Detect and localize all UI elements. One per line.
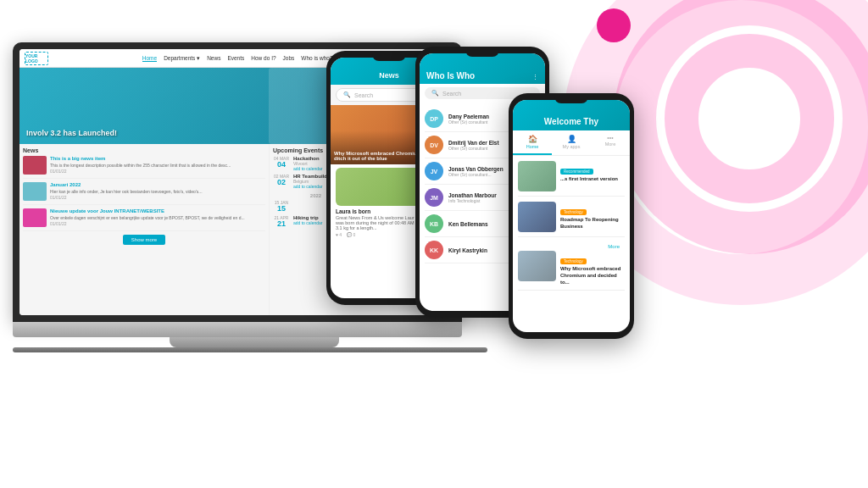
likes-count[interactable]: ♥ 4 xyxy=(336,232,342,237)
phone-welcome-title: Welcome Thy xyxy=(544,117,598,126)
main-container: YOUR LOGO Home Departments ▾ News Events… xyxy=(0,0,868,488)
event-date-3: 15 Jan 15 xyxy=(273,200,290,213)
news-content-1: This is a big news item This is the long… xyxy=(50,156,265,175)
who-person-info-6: Kiryl Kastrykin xyxy=(448,247,487,253)
who-avatar-5: KB xyxy=(425,214,443,233)
phone-notch-1 xyxy=(372,51,406,61)
welcome-img-1 xyxy=(518,161,556,191)
welcome-img-3 xyxy=(518,251,556,281)
welcome-badge-2: Technology xyxy=(560,209,587,215)
news-title-1[interactable]: This is a big news item xyxy=(50,156,265,163)
home-tab-label: Home xyxy=(526,144,539,149)
who-role-3: Other (Sr) consultant... xyxy=(448,172,504,177)
phone-welcome: Welcome Thy 🏠 Home 👤 My apps ••• More xyxy=(509,93,634,339)
welcome-badge-1: Recommended xyxy=(560,169,593,175)
laptop-base xyxy=(13,322,462,337)
nav-home[interactable]: Home xyxy=(142,55,157,62)
welcome-news-text-3: Technology Why Microsoft embraced Chromi… xyxy=(560,251,625,286)
more-tab-icon: ••• xyxy=(607,135,613,141)
myapps-tab-icon: 👤 xyxy=(567,135,576,143)
tab-more[interactable]: ••• More xyxy=(591,130,630,155)
news-desc-3: Over enkele dagen verschijnt er een bela… xyxy=(50,215,265,221)
phone-who-header: Who Is Who ⋮ xyxy=(420,53,545,84)
news-content-3: Nieuwe update voor Jouw INTRANET/WEBSITE… xyxy=(50,208,265,227)
welcome-img-2 xyxy=(518,202,556,232)
phone-welcome-screen: Welcome Thy 🏠 Home 👤 My apps ••• More xyxy=(513,100,630,332)
welcome-title-1[interactable]: ...s first Intranet version xyxy=(560,176,618,183)
who-avatar-3: JV xyxy=(425,162,443,180)
who-name-3: Jonas Van Obbergen xyxy=(448,166,504,172)
news-date-3: 01/01/22 xyxy=(50,221,265,226)
browser-main: Involv 3.2 has Launched! News xyxy=(19,68,362,315)
welcome-more[interactable]: More xyxy=(518,242,625,251)
more-tab-label: More xyxy=(605,141,616,147)
search-placeholder: Search xyxy=(354,92,373,98)
event-info-4: Hiking trip add to calendar xyxy=(293,215,322,225)
news-panel: News This is a big news item This is the… xyxy=(19,144,269,315)
who-person-info-4: Jonathan Marbour Info Technologist xyxy=(448,192,497,203)
event-date-1: 04 Mar 04 xyxy=(273,156,290,169)
who-person-info-5: Ken Bellemans xyxy=(448,221,488,227)
news-thumb-1 xyxy=(23,156,47,175)
welcome-news-1: Recommended ...s first Intranet version xyxy=(518,161,625,197)
who-avatar-1: DP xyxy=(425,109,443,128)
who-avatar-6: KK xyxy=(425,241,443,259)
nav-news[interactable]: News xyxy=(207,55,220,62)
home-tab-icon: 🏠 xyxy=(528,135,537,143)
hero-banner: Involv 3.2 has Launched! xyxy=(19,68,362,144)
comments-count[interactable]: 💬 0 xyxy=(347,232,355,237)
hero-img: Involv 3.2 has Launched! xyxy=(19,68,362,144)
who-person-info-2: Dmitrij Van der Elst Other (Sr) consulta… xyxy=(448,140,499,151)
tab-myapps[interactable]: 👤 My apps xyxy=(552,130,591,155)
who-role-2: Other (Sr) consultant xyxy=(448,146,499,151)
welcome-news-2: Technology Roadmap To Reopening Business xyxy=(518,202,625,237)
event-info-1: Hackathon Vilvoort add to calendar xyxy=(293,156,322,171)
nav-events[interactable]: Events xyxy=(227,55,244,62)
welcome-title-3[interactable]: Why Microsoft embraced Chromium and deci… xyxy=(560,266,625,286)
news-item-3: Nieuwe update voor Jouw INTRANET/WEBSITE… xyxy=(23,208,265,231)
search-icon: 🔍 xyxy=(343,92,351,98)
phone-notch-3 xyxy=(554,93,588,103)
nav-howdo[interactable]: How do I? xyxy=(251,55,275,62)
tab-home[interactable]: 🏠 Home xyxy=(513,130,552,155)
who-header-icons: ⋮ xyxy=(532,74,538,80)
phone-welcome-frame: Welcome Thy 🏠 Home 👤 My apps ••• More xyxy=(509,93,634,339)
news-desc-1: This is the longest description possible… xyxy=(50,163,265,169)
show-more-btn[interactable]: Show more xyxy=(123,235,165,245)
news-item-2: Januari 2022 Hier kan je alle info onder… xyxy=(23,182,265,205)
who-name-4: Jonathan Marbour xyxy=(448,192,497,198)
phone-tab-bar: 🏠 Home 👤 My apps ••• More xyxy=(513,130,630,156)
news-content-2: Januari 2022 Hier kan je alle info onder… xyxy=(50,182,265,201)
news-section-title: News xyxy=(23,147,265,153)
phone-news-title: News xyxy=(379,71,399,80)
who-search-icon: 🔍 xyxy=(431,90,439,97)
welcome-content: Recommended ...s first Intranet version … xyxy=(513,156,630,301)
who-name-2: Dmitrij Van der Elst xyxy=(448,140,499,146)
welcome-title-2[interactable]: Roadmap To Reopening Business xyxy=(560,217,625,230)
welcome-news-3: Technology Why Microsoft embraced Chromi… xyxy=(518,251,625,291)
news-thumb-3 xyxy=(23,208,47,227)
laptop-stand xyxy=(170,337,339,347)
myapps-tab-label: My apps xyxy=(563,144,581,149)
nav-departments[interactable]: Departments ▾ xyxy=(164,55,200,62)
phone-who-title: Who Is Who xyxy=(426,71,475,80)
news-title-3[interactable]: Nieuwe update voor Jouw INTRANET/WEBSITE xyxy=(50,208,265,215)
news-desc-2: Hier kan je alle info onder, Je kan hier… xyxy=(50,189,265,195)
news-item-1: This is a big news item This is the long… xyxy=(23,156,265,179)
who-name-5: Ken Bellemans xyxy=(448,221,488,227)
welcome-news-text-1: Recommended ...s first Intranet version xyxy=(560,161,618,191)
who-role-4: Info Technologist xyxy=(448,198,497,203)
laptop-foot xyxy=(13,347,487,352)
news-date-2: 01/01/22 xyxy=(50,195,265,200)
news-date-1: 01/01/22 xyxy=(50,169,265,174)
who-name-6: Kiryl Kastrykin xyxy=(448,247,487,253)
who-avatar-4: JM xyxy=(425,188,443,207)
phone-welcome-header: Welcome Thy xyxy=(513,100,630,130)
news-title-2[interactable]: Januari 2022 xyxy=(50,182,265,189)
event-date-4: 21 Apr 21 xyxy=(273,215,290,228)
phone-notch-2 xyxy=(465,47,499,57)
hero-title: Involv 3.2 has Launched! xyxy=(26,129,117,137)
bg-dot xyxy=(597,8,631,42)
nav-jobs[interactable]: Jobs xyxy=(283,55,295,62)
welcome-news-text-2: Technology Roadmap To Reopening Business xyxy=(560,202,625,232)
